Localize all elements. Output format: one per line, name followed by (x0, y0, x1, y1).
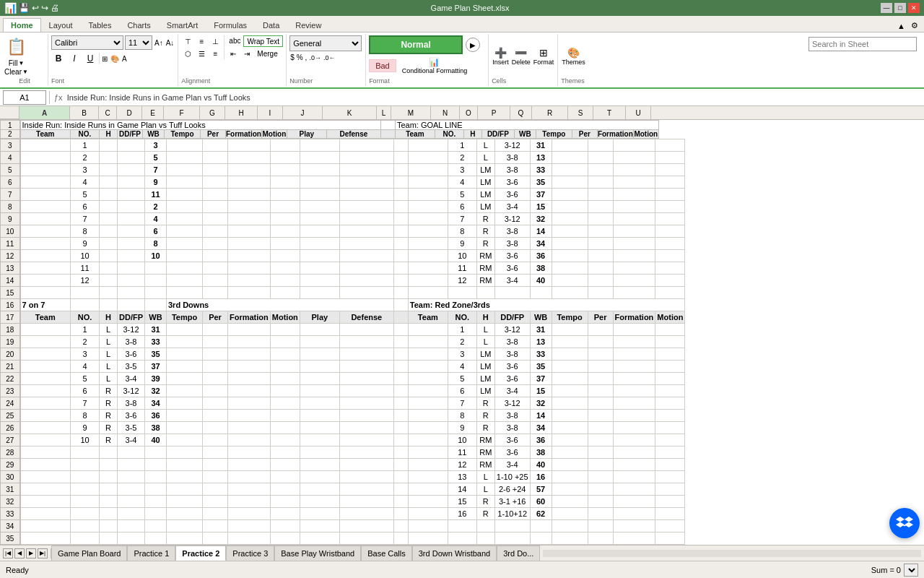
font-size-select[interactable]: 11 (125, 35, 152, 50)
row-num-35[interactable]: 35 (1, 532, 20, 545)
sheet-tab-7[interactable]: 3rd Do... (497, 545, 540, 561)
italic-button[interactable]: I (67, 51, 82, 66)
row-num-12[interactable]: 12 (1, 250, 20, 262)
row-num-29[interactable]: 29 (1, 459, 20, 471)
row-num-26[interactable]: 26 (1, 422, 20, 434)
tab-tables[interactable]: Tables (81, 18, 120, 32)
play-button[interactable]: ▶ (466, 38, 480, 52)
align-center-button[interactable]: ☰ (195, 48, 208, 59)
row-num-16[interactable]: 16 (1, 299, 20, 311)
col-header-j[interactable]: J (283, 106, 323, 119)
paste-button[interactable]: 📋 (4, 35, 28, 59)
row-num-9[interactable]: 9 (1, 213, 20, 225)
row-num-2[interactable]: 2 (1, 130, 20, 139)
col-header-n[interactable]: N (431, 106, 460, 119)
sheet-tab-3[interactable]: Practice 3 (226, 545, 274, 561)
row-num-31[interactable]: 31 (1, 483, 20, 496)
font-color-button[interactable]: A (121, 54, 128, 64)
tab-home[interactable]: Home (3, 18, 41, 32)
col-header-q[interactable]: Q (510, 106, 532, 119)
row-num-18[interactable]: 18 (1, 324, 20, 336)
row-num-34[interactable]: 34 (1, 520, 20, 532)
align-top-button[interactable]: ⊤ (181, 35, 194, 47)
row-num-19[interactable]: 19 (1, 336, 20, 348)
tab-last-button[interactable]: ▶| (38, 548, 48, 558)
insert-button[interactable]: ➕ Insert (492, 46, 510, 66)
row-num-27[interactable]: 27 (1, 434, 20, 447)
clear-dropdown[interactable]: ▼ (22, 69, 28, 75)
row-num-24[interactable]: 24 (1, 397, 20, 410)
sum-dropdown[interactable]: ▼ (904, 564, 918, 577)
themes-button[interactable]: 🎨 Themes (561, 46, 586, 66)
row-num-6[interactable]: 6 (1, 176, 20, 189)
right-title-cell[interactable]: Team: GOAL LINE (395, 121, 658, 130)
tab-smartart[interactable]: SmartArt (159, 18, 206, 32)
ribbon-collapse-button[interactable]: ▲ (894, 20, 908, 32)
border-button[interactable]: ⊞ (101, 54, 108, 64)
tab-prev-button[interactable]: ◀ (14, 548, 25, 558)
row-num-1[interactable]: 1 (1, 121, 20, 130)
row-num-32[interactable]: 32 (1, 496, 20, 508)
tab-first-button[interactable]: |◀ (3, 548, 13, 558)
search-input[interactable] (808, 37, 917, 51)
currency-button[interactable]: $ (289, 53, 295, 62)
row-num-21[interactable]: 21 (1, 361, 20, 373)
print-button[interactable]: 🖨 (51, 3, 59, 13)
col-header-i[interactable]: I (258, 106, 283, 119)
conditional-formatting[interactable]: 📊 Conditional Formatting (399, 56, 471, 76)
decrease-decimal-button[interactable]: .0← (323, 53, 336, 62)
increase-font-button[interactable]: A↑ (154, 35, 164, 50)
row-num-10[interactable]: 10 (1, 225, 20, 238)
sheet-tab-4[interactable]: Base Play Wristband (274, 545, 361, 561)
row-num-11[interactable]: 11 (1, 238, 20, 250)
fill-dropdown[interactable]: ▼ (18, 60, 24, 66)
align-right-button[interactable]: ≡ (209, 48, 222, 59)
row-num-8[interactable]: 8 (1, 201, 20, 213)
row-num-23[interactable]: 23 (1, 385, 20, 397)
fill-color-button[interactable]: 🎨 (110, 54, 120, 64)
col-header-s[interactable]: S (568, 106, 593, 119)
indent-left-button[interactable]: ⇤ (227, 48, 240, 59)
col-header-o[interactable]: O (460, 106, 478, 119)
tab-formulas[interactable]: Formulas (206, 18, 255, 32)
row-num-17[interactable]: 17 (1, 311, 20, 324)
increase-decimal-button[interactable]: .0→ (308, 53, 322, 62)
row-num-13[interactable]: 13 (1, 262, 20, 275)
sheet-tab-1[interactable]: Practice 1 (127, 545, 175, 561)
redo-button[interactable]: ↪ (41, 3, 48, 13)
normal-style[interactable]: Normal (369, 35, 463, 54)
col-header-g[interactable]: G (200, 106, 225, 119)
row-num-14[interactable]: 14 (1, 275, 20, 287)
row-num-5[interactable]: 5 (1, 164, 20, 176)
row-num-28[interactable]: 28 (1, 447, 20, 459)
row-num-22[interactable]: 22 (1, 373, 20, 385)
col-header-m[interactable]: M (391, 106, 431, 119)
number-format-select[interactable]: General (289, 35, 362, 51)
sheet-tab-2[interactable]: Practice 2 (175, 545, 226, 561)
close-button[interactable]: ✕ (908, 3, 920, 13)
ribbon-options-button[interactable]: ⚙ (908, 20, 921, 32)
tab-data[interactable]: Data (255, 18, 287, 32)
tab-review[interactable]: Review (287, 18, 329, 32)
col-header-c[interactable]: C (99, 106, 117, 119)
col-header-k[interactable]: K (323, 106, 377, 119)
row-num-20[interactable]: 20 (1, 348, 20, 361)
col-header-d[interactable]: D (117, 106, 142, 119)
col-header-t[interactable]: T (593, 106, 626, 119)
align-middle-button[interactable]: ≡ (195, 35, 208, 47)
row-num-25[interactable]: 25 (1, 410, 20, 422)
sheet-tab-0[interactable]: Game Plan Board (51, 545, 127, 561)
minimize-button[interactable]: — (881, 3, 892, 13)
row-num-3[interactable]: 3 (1, 139, 20, 152)
dropbox-icon[interactable] (889, 508, 920, 538)
decrease-font-button[interactable]: A↓ (165, 35, 175, 50)
row-num-33[interactable]: 33 (1, 508, 20, 520)
undo-button[interactable]: ↩ (32, 3, 39, 13)
delete-button[interactable]: ➖ Delete (511, 46, 531, 66)
col-header-p[interactable]: P (478, 106, 510, 119)
sheet-tab-5[interactable]: Base Calls (361, 545, 412, 561)
row-num-15[interactable]: 15 (1, 287, 20, 299)
align-bottom-button[interactable]: ⊥ (209, 35, 222, 47)
col-header-l[interactable]: L (377, 106, 391, 119)
align-left-button[interactable]: ⬡ (181, 48, 194, 59)
